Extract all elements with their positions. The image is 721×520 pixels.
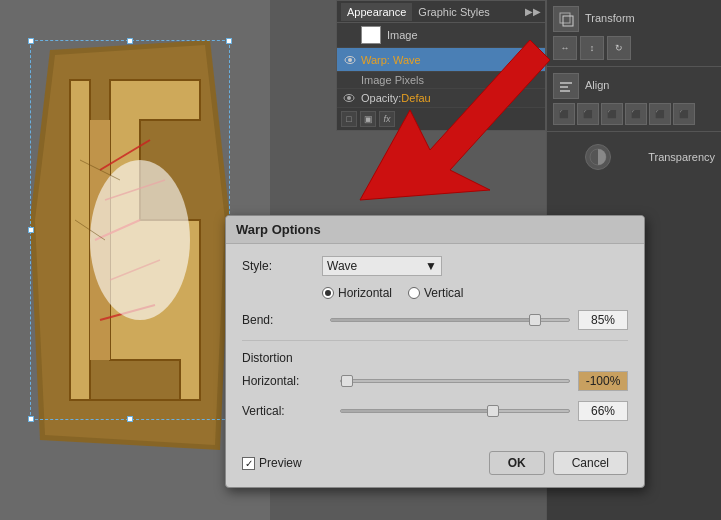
vertical-label: Vertical <box>424 286 463 300</box>
vertical-track <box>340 409 570 413</box>
flip-v-icon[interactable]: ↕ <box>580 36 604 60</box>
appearance-panel-header: Appearance Graphic Styles ▶▶ <box>337 1 545 23</box>
fx-button[interactable]: fx <box>531 54 539 65</box>
appearance-panel: Appearance Graphic Styles ▶▶ Image Warp:… <box>336 0 546 131</box>
transform-icon[interactable] <box>553 6 579 32</box>
align-icon[interactable] <box>553 73 579 99</box>
vertical-slider[interactable] <box>340 409 570 413</box>
opacity-label: Opacity: <box>361 92 401 104</box>
bend-value[interactable]: 85% <box>578 310 628 330</box>
warp-options-dialog: Warp Options Style: Wave ▼ Horizontal Ve… <box>225 215 645 488</box>
bend-row: Bend: 85% <box>242 310 628 330</box>
horizontal-thumb[interactable] <box>341 375 353 387</box>
opacity-eye[interactable] <box>343 93 357 103</box>
align-center-icon[interactable]: ⬛ <box>577 103 599 125</box>
svg-point-11 <box>347 96 351 100</box>
warp-visibility-eye[interactable] <box>343 53 357 67</box>
svg-rect-15 <box>560 86 568 88</box>
bend-track <box>330 318 570 322</box>
visibility-eye[interactable] <box>343 28 357 42</box>
horizontal-distortion-row: Horizontal: -100% <box>242 371 628 391</box>
fx-bottom-button[interactable]: fx <box>379 111 395 127</box>
rotate-icon[interactable]: ↻ <box>607 36 631 60</box>
align-section: Align ⬛ ⬛ ⬛ ⬛ ⬛ ⬛ <box>547 67 721 132</box>
bend-label: Bend: <box>242 313 322 327</box>
horizontal-value[interactable]: -100% <box>578 371 628 391</box>
vertical-radio[interactable]: Vertical <box>408 286 463 300</box>
vertical-distortion-row: Vertical: 66% <box>242 401 628 421</box>
flip-h-icon[interactable]: ↔ <box>553 36 577 60</box>
bend-fill <box>331 319 533 321</box>
align-icons: ⬛ ⬛ ⬛ ⬛ ⬛ ⬛ <box>553 103 715 125</box>
align-bottom-icon[interactable]: ⬛ <box>673 103 695 125</box>
transparency-label: Transparency <box>648 151 715 163</box>
horizontal-radio[interactable]: Horizontal <box>322 286 392 300</box>
distortion-header: Distortion <box>242 351 628 365</box>
pixels-label: Image Pixels <box>361 74 424 86</box>
style-row: Style: Wave ▼ <box>242 256 628 276</box>
appearance-opacity-row[interactable]: Opacity: Defau <box>337 89 545 108</box>
vertical-distortion-label: Vertical: <box>242 404 332 418</box>
align-middle-icon[interactable]: ⬛ <box>649 103 671 125</box>
bend-thumb[interactable] <box>529 314 541 326</box>
style-select[interactable]: Wave ▼ <box>322 256 442 276</box>
horizontal-distortion-label: Horizontal: <box>242 374 332 388</box>
panel-menu-button[interactable]: ▶▶ <box>525 6 541 17</box>
transform-label: Transform <box>585 12 635 24</box>
align-right-icon[interactable]: ⬛ <box>601 103 623 125</box>
horizontal-radio-dot <box>322 287 334 299</box>
image-thumbnail <box>361 26 381 44</box>
horizontal-slider[interactable] <box>340 379 570 383</box>
opacity-value: Defau <box>401 92 430 104</box>
svg-point-9 <box>348 58 352 62</box>
preview-checkbox-label[interactable]: ✓ Preview <box>242 456 302 470</box>
orientation-row: Horizontal Vertical <box>242 286 628 300</box>
transparency-section: Transparency <box>547 132 721 182</box>
style-value: Wave <box>327 259 357 273</box>
duplicate-item-button[interactable]: ▣ <box>360 111 376 127</box>
image-label: Image <box>387 29 539 41</box>
horizontal-label: Horizontal <box>338 286 392 300</box>
transform-icons: ↔ ↕ ↻ <box>553 36 715 60</box>
style-label: Style: <box>242 259 322 273</box>
tab-appearance[interactable]: Appearance <box>341 3 412 21</box>
add-new-item-button[interactable]: □ <box>341 111 357 127</box>
transform-section: Transform ↔ ↕ ↻ <box>547 0 721 67</box>
align-label: Align <box>585 79 609 91</box>
align-left-icon[interactable]: ⬛ <box>553 103 575 125</box>
bend-slider[interactable] <box>330 318 570 322</box>
appearance-image-row: Image <box>337 23 545 48</box>
warp-label: Warp: Wave <box>361 54 531 66</box>
svg-rect-12 <box>560 13 570 23</box>
dialog-footer: ✓ Preview OK Cancel <box>226 443 644 487</box>
vertical-value[interactable]: 66% <box>578 401 628 421</box>
vertical-fill <box>341 410 491 412</box>
tab-graphic-styles[interactable]: Graphic Styles <box>412 3 496 21</box>
appearance-bottom-bar: □ ▣ fx <box>337 108 545 130</box>
artwork <box>10 20 250 480</box>
preview-checkbox[interactable]: ✓ <box>242 457 255 470</box>
svg-rect-14 <box>560 82 572 84</box>
cancel-button[interactable]: Cancel <box>553 451 628 475</box>
dialog-body: Style: Wave ▼ Horizontal Vertical <box>226 244 644 443</box>
distortion-divider <box>242 340 628 341</box>
appearance-pixels-row: Image Pixels <box>337 72 545 89</box>
svg-rect-16 <box>560 90 570 92</box>
transparency-icon[interactable] <box>585 144 611 170</box>
align-top-icon[interactable]: ⬛ <box>625 103 647 125</box>
style-dropdown-arrow: ▼ <box>425 259 437 273</box>
preview-label: Preview <box>259 456 302 470</box>
vertical-thumb[interactable] <box>487 405 499 417</box>
dialog-title: Warp Options <box>226 216 644 244</box>
ok-button[interactable]: OK <box>489 451 545 475</box>
orientation-radio-group: Horizontal Vertical <box>322 286 463 300</box>
horizontal-track <box>340 379 570 383</box>
appearance-warp-row[interactable]: Warp: Wave fx <box>337 48 545 72</box>
vertical-radio-dot <box>408 287 420 299</box>
svg-rect-13 <box>563 16 573 26</box>
